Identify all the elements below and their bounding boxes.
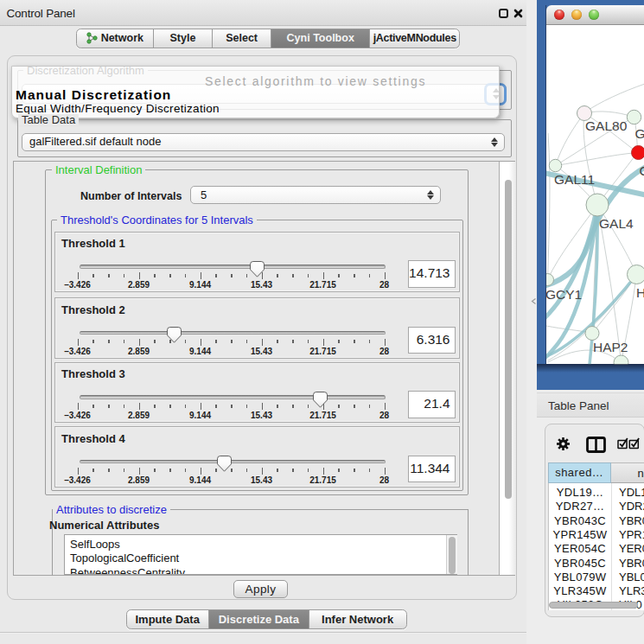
svg-text:HAP2: HAP2: [593, 339, 628, 354]
svg-text:HI: HI: [636, 285, 644, 300]
svg-text:CY: CY: [639, 163, 644, 177]
svg-text:GAL4: GAL4: [599, 215, 634, 230]
svg-text:GCY1: GCY1: [546, 286, 582, 301]
svg-text:GAL80: GAL80: [585, 118, 628, 133]
svg-text:GAL11: GAL11: [554, 171, 595, 186]
svg-text:GA: GA: [634, 125, 644, 140]
